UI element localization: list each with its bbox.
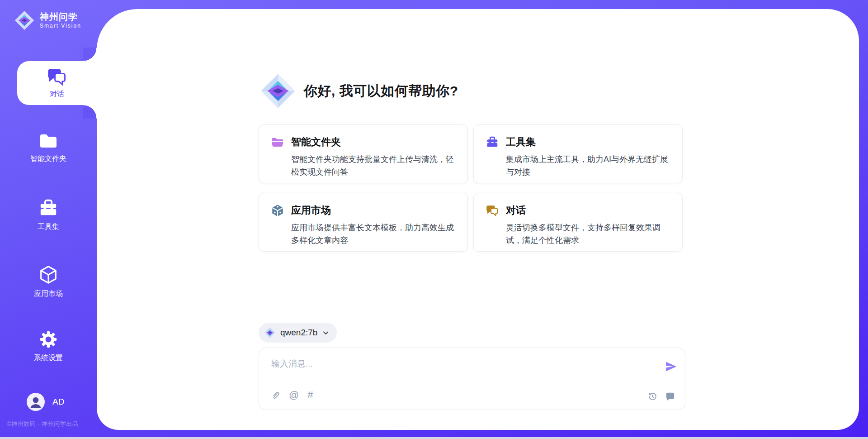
composer-divider: [267, 385, 677, 385]
chat-bubbles-icon: [486, 205, 499, 217]
mention-button[interactable]: @: [289, 390, 299, 400]
hashtag-icon: #: [307, 389, 313, 401]
feature-card-app-market[interactable]: 应用市场 应用市场提供丰富长文本模板，助力高效生成多样化文章内容: [259, 193, 468, 252]
feature-card-toolset[interactable]: 工具集 集成市场上主流工具，助力AI与外界无缝扩展与对接: [473, 124, 683, 183]
cube-icon: [38, 264, 59, 285]
model-selector[interactable]: qwen2:7b: [259, 323, 337, 343]
toolbox-icon: [486, 136, 499, 149]
model-name: qwen2:7b: [280, 328, 317, 338]
user-account[interactable]: AD: [27, 393, 64, 411]
brand-diamond-icon: [14, 10, 35, 31]
sidebar-item-label: 对话: [50, 90, 64, 99]
toolbox-icon: [38, 198, 59, 218]
card-title: 智能文件夹: [291, 135, 341, 149]
chevron-down-icon: [322, 329, 330, 337]
model-diamond-icon: [264, 327, 276, 339]
card-description: 智能文件夹功能支持批量文件上传与清洗，轻松实现文件问答: [291, 153, 457, 178]
folder-icon: [38, 132, 59, 150]
window-bottom-edge: [0, 437, 868, 439]
hashtag-button[interactable]: #: [307, 390, 313, 400]
paperclip-icon: [270, 390, 280, 400]
gear-icon: [38, 329, 58, 349]
sidebar-item-app-market[interactable]: 应用市场: [0, 264, 97, 299]
send-plane-icon: [665, 360, 677, 373]
attach-button[interactable]: [270, 390, 280, 400]
greeting-diamond-icon: [259, 72, 297, 110]
active-pill-bottom-fillet: [83, 105, 97, 119]
feature-card-chat[interactable]: 对话 灵活切换多模型文件，支持多样回复效果调试，满足个性化需求: [473, 193, 683, 252]
active-pill-top-fillet: [83, 48, 97, 61]
brand-subtitle: Smart Vision: [40, 23, 81, 29]
pixel-cube-icon: [271, 204, 284, 217]
copyright-text: ©神州数码 · 神州问学出品: [7, 420, 97, 428]
card-description: 灵活切换多模型文件，支持多样回复效果调试，满足个性化需求: [506, 221, 671, 247]
sidebar-item-chat[interactable]: 对话: [17, 61, 97, 105]
chat-bubbles-icon: [47, 67, 67, 86]
brand-logo: 神州问学 Smart Vision: [14, 10, 81, 31]
open-folder-icon: [271, 136, 284, 148]
history-button[interactable]: [647, 391, 657, 401]
avatar[interactable]: [27, 393, 45, 411]
sidebar-item-label: 智能文件夹: [30, 154, 66, 164]
sidebar-item-label: 应用市场: [34, 289, 63, 299]
card-description: 应用市场提供丰富长文本模板，助力高效生成多样化文章内容: [291, 221, 457, 247]
card-title: 工具集: [506, 135, 536, 149]
app-window: 神州问学 Smart Vision 对话 智能文件夹: [0, 0, 868, 439]
sidebar-item-smart-folder[interactable]: 智能文件夹: [0, 132, 97, 164]
brand-name: 神州问学: [40, 12, 81, 22]
feature-card-smart-folder[interactable]: 智能文件夹 智能文件夹功能支持批量文件上传与清洗，轻松实现文件问答: [259, 124, 468, 183]
history-clock-icon: [647, 391, 657, 401]
quick-reply-button[interactable]: [665, 391, 675, 401]
sidebar-item-settings[interactable]: 系统设置: [0, 329, 97, 363]
at-sign-icon: @: [289, 389, 299, 401]
card-description: 集成市场上主流工具，助力AI与外界无缝扩展与对接: [506, 153, 671, 178]
sidebar-item-toolset[interactable]: 工具集: [0, 198, 97, 232]
sidebar-item-label: 系统设置: [34, 353, 63, 363]
greeting-title: 你好, 我可以如何帮助你?: [304, 82, 458, 100]
user-initials: AD: [52, 397, 64, 407]
greeting-block: 你好, 我可以如何帮助你?: [259, 72, 458, 110]
sidebar-item-label: 工具集: [38, 222, 59, 232]
card-title: 对话: [506, 204, 526, 217]
send-button[interactable]: [663, 359, 679, 374]
card-title: 应用市场: [291, 204, 331, 217]
chat-bubble-icon: [665, 391, 675, 401]
message-input[interactable]: [270, 354, 647, 373]
message-composer: @ #: [259, 348, 685, 410]
